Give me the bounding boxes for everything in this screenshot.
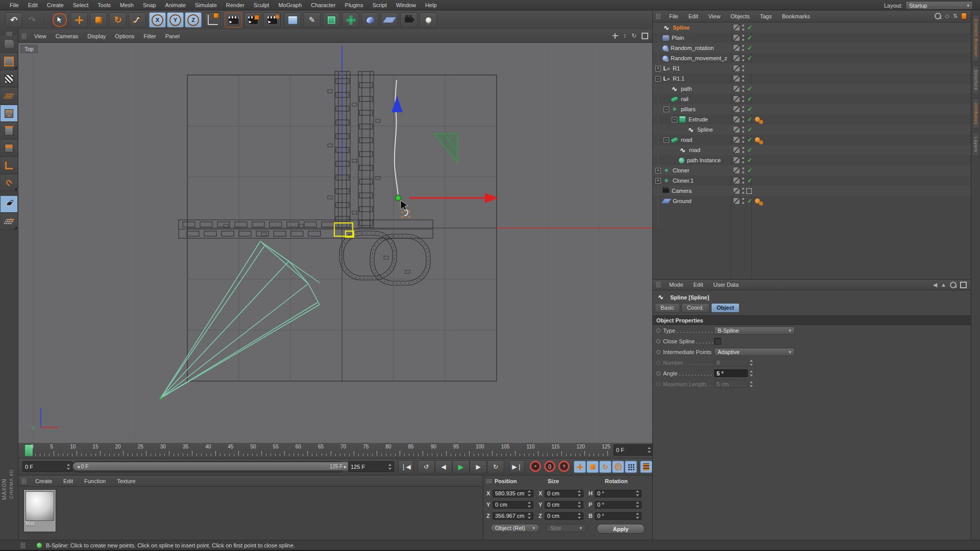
- tab-object[interactable]: Object: [711, 303, 740, 313]
- up-icon[interactable]: ▲: [941, 282, 946, 288]
- edges-mode-button[interactable]: [1, 122, 17, 139]
- back-icon[interactable]: ◀: [933, 282, 937, 288]
- visibility-dots[interactable]: [742, 106, 744, 112]
- scale-tool-button[interactable]: [90, 12, 107, 28]
- lock-workplane-button[interactable]: [1, 196, 17, 213]
- play-backwards-button[interactable]: ↺: [418, 460, 435, 473]
- render-settings-button[interactable]: ✱: [263, 12, 281, 28]
- menu-item[interactable]: Sculpt: [249, 2, 274, 8]
- attribute-menu-item[interactable]: Edit: [689, 282, 708, 288]
- layer-toggle[interactable]: [733, 197, 740, 205]
- enable-toggle[interactable]: [746, 116, 753, 123]
- zoom-view-icon[interactable]: ↕: [623, 32, 626, 39]
- enable-toggle[interactable]: [746, 157, 753, 164]
- menu-item[interactable]: Animate: [161, 2, 190, 8]
- menu-item[interactable]: Snap: [138, 2, 161, 8]
- layer-toggle[interactable]: [733, 177, 740, 184]
- enable-toggle[interactable]: [746, 126, 753, 133]
- stepper-icon[interactable]: [749, 381, 753, 387]
- attribute-dropdown[interactable]: Adaptive▾: [714, 348, 795, 356]
- workplane-mode-button[interactable]: [1, 88, 17, 105]
- attribute-checkbox[interactable]: [714, 338, 721, 345]
- enable-toggle[interactable]: [746, 24, 753, 31]
- record-keyframe-button[interactable]: ⚬: [530, 461, 541, 472]
- layer-toggle[interactable]: [733, 24, 740, 31]
- enable-toggle[interactable]: [746, 146, 753, 154]
- stepper-icon[interactable]: [647, 447, 651, 453]
- key-pla-button[interactable]: [625, 461, 637, 473]
- enable-axis-button[interactable]: [1, 157, 17, 174]
- last-used-tool-button[interactable]: [129, 12, 146, 28]
- camera-button[interactable]: [400, 12, 418, 28]
- expander-toggle[interactable]: [664, 107, 669, 112]
- object-tree-row[interactable]: Cloner: [653, 165, 971, 176]
- visibility-dots[interactable]: [742, 116, 744, 122]
- end-frame-spinner[interactable]: 125 F: [348, 461, 394, 472]
- axis-lock-button[interactable]: Y: [167, 12, 184, 28]
- generator-button[interactable]: [323, 12, 340, 28]
- coordinate-system-button[interactable]: [204, 12, 222, 28]
- enable-toggle[interactable]: [746, 55, 753, 62]
- object-tree-row[interactable]: Plain: [653, 33, 971, 43]
- enable-toggle[interactable]: [746, 177, 753, 184]
- attribute-dropdown[interactable]: B-Spline▾: [714, 327, 795, 335]
- enable-toggle[interactable]: [746, 85, 753, 92]
- visibility-dots[interactable]: [742, 45, 744, 51]
- stepper-icon[interactable]: [749, 370, 753, 377]
- tag-icons[interactable]: [755, 137, 760, 142]
- key-rotation-button[interactable]: ↻: [599, 461, 611, 473]
- coordinate-mode-dropdown[interactable]: Object (Rel)▾: [491, 524, 540, 532]
- make-editable-button[interactable]: [1, 36, 17, 53]
- panel-grip[interactable]: [486, 479, 492, 483]
- step-forward-button[interactable]: ▶: [470, 460, 487, 473]
- object-tree-row[interactable]: pillars: [653, 104, 971, 114]
- layer-toggle[interactable]: [733, 167, 740, 174]
- light-button[interactable]: [420, 12, 437, 28]
- visibility-dots[interactable]: [742, 24, 744, 31]
- layer-toggle[interactable]: [733, 126, 740, 133]
- menu-item[interactable]: Create: [42, 2, 68, 8]
- layer-toggle[interactable]: [733, 187, 740, 194]
- undo-button[interactable]: [5, 12, 22, 28]
- menu-item[interactable]: Script: [368, 2, 391, 8]
- object-manager-menu-item[interactable]: Bookmarks: [777, 13, 815, 19]
- palette-grip[interactable]: [6, 32, 12, 36]
- stepper-icon[interactable]: [749, 360, 753, 366]
- layer-toggle[interactable]: [733, 136, 740, 143]
- object-tree-row[interactable]: Ground: [653, 196, 971, 206]
- tag-icons[interactable]: [755, 198, 760, 204]
- object-tree-row[interactable]: path Instance: [653, 155, 971, 165]
- menu-item[interactable]: Mesh: [115, 2, 138, 8]
- stepper-icon[interactable]: [388, 464, 391, 470]
- side-tab[interactable]: Content Browser: [972, 15, 979, 61]
- viewport-menu-item[interactable]: View: [30, 33, 51, 39]
- visibility-dots[interactable]: [742, 65, 744, 71]
- size-mode-dropdown[interactable]: Size▾: [546, 524, 586, 532]
- pan-view-icon[interactable]: [612, 33, 618, 39]
- menu-item[interactable]: Tools: [93, 2, 115, 8]
- redo-button[interactable]: [23, 12, 41, 28]
- visibility-dots[interactable]: [742, 137, 744, 143]
- move-tool-button[interactable]: [70, 12, 88, 28]
- object-tree-row[interactable]: Extrude: [653, 114, 971, 124]
- snap-button[interactable]: [1, 174, 17, 191]
- attribute-spin-field[interactable]: 5 cm: [714, 380, 748, 388]
- menu-item[interactable]: File: [5, 2, 23, 8]
- menu-item[interactable]: Help: [421, 2, 442, 8]
- path-filter-icon[interactable]: ◇: [945, 13, 949, 19]
- layer-toggle[interactable]: [733, 44, 740, 52]
- layer-toggle[interactable]: [733, 55, 740, 62]
- object-manager-menu-item[interactable]: Tags: [755, 13, 777, 19]
- visibility-dots[interactable]: [742, 167, 744, 173]
- maximize-view-icon[interactable]: [642, 33, 648, 39]
- object-manager-menu-item[interactable]: Edit: [683, 13, 703, 19]
- viewport-menu-item[interactable]: Filter: [139, 33, 160, 39]
- enable-toggle[interactable]: [746, 197, 753, 205]
- viewport-grip[interactable]: [21, 33, 27, 39]
- expander-toggle[interactable]: [655, 178, 661, 184]
- material-menu-item[interactable]: Edit: [58, 478, 79, 484]
- object-tree-row[interactable]: Spline: [653, 124, 971, 135]
- visibility-dots[interactable]: [742, 76, 744, 82]
- rotation-field[interactable]: 0 °: [595, 490, 642, 497]
- viewport-menu-item[interactable]: Cameras: [51, 33, 83, 39]
